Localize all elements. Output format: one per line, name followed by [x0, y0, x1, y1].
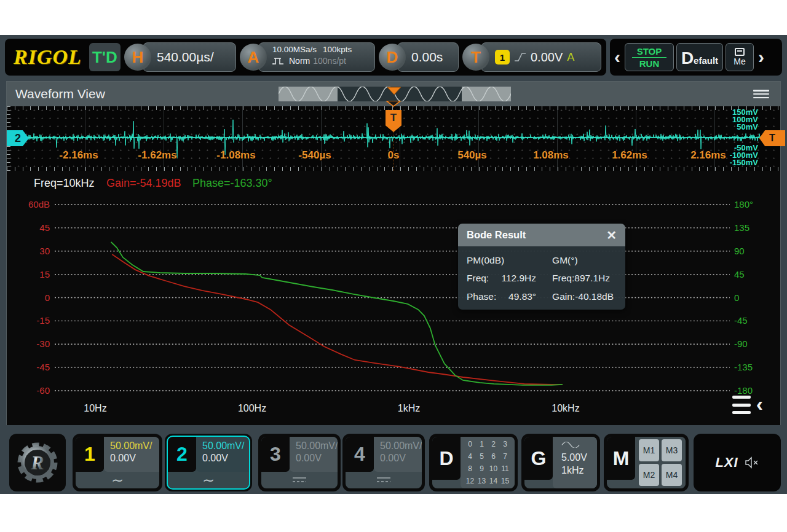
time-axis-label: -1.62ms [138, 149, 176, 162]
digital-channel-1: 1 [476, 440, 488, 448]
trigger-panel[interactable]: 1 0.00V A [481, 42, 601, 72]
menu-button[interactable]: Me [726, 43, 754, 71]
channel4-scale: 50.00mV/ [380, 440, 422, 452]
toolbar-left: RIGOL T'D H 540.00µs/ A 10.00MSa/s 100kp… [5, 39, 606, 76]
gm-freq: Freq:897.1Hz [552, 273, 617, 284]
channel3-block[interactable]: 3 50.00mV/ 0.00V [258, 434, 341, 491]
sample-rate: 10.00MSa/s [272, 45, 317, 55]
channel1-offset: 0.00V [110, 452, 159, 464]
horizontal-group[interactable]: H 540.00µs/ [124, 42, 236, 72]
trigger-position-triangle[interactable] [386, 101, 401, 107]
toolbar-next-arrow[interactable]: › [756, 47, 766, 68]
trigger-knob-icon[interactable]: T [462, 44, 489, 71]
trigger-group[interactable]: T 1 0.00V A [462, 42, 601, 72]
phase-axis-tick: 90 [734, 246, 745, 256]
popup-title: Bode Result [467, 229, 526, 241]
math-m3-button[interactable]: M3 [662, 439, 682, 461]
gain-axis-tick: -30 [36, 338, 50, 349]
freq-axis-tick: 10Hz [84, 403, 106, 413]
delay-group[interactable]: D 0.00s [379, 42, 459, 72]
acquire-knob-icon[interactable]: A [240, 44, 267, 71]
digital-channel-4: 4 [464, 452, 476, 461]
popup-titlebar[interactable]: Bode Result ✕ [458, 224, 625, 246]
digital-channel-6: 6 [488, 452, 499, 461]
channel2-number: 2 [168, 437, 196, 472]
generator-block[interactable]: G 5.00V 1kHz [521, 434, 600, 491]
freq-axis-tick: 1kHz [398, 403, 420, 413]
waveform-strip[interactable]: T 2 T 150mV100mV50mV-50mV-100mV-150mV -2… [7, 106, 780, 171]
timebase-value[interactable]: 540.00µs/ [143, 42, 236, 72]
channel2-offset: 0.00V [202, 452, 249, 464]
channel4-offset: 0.00V [380, 452, 422, 464]
trigger-status-button[interactable]: T'D [89, 43, 121, 71]
horizontal-knob-icon[interactable]: H [124, 44, 151, 71]
delay-knob-icon[interactable]: D [379, 44, 406, 71]
gain-axis-tick: 60dB [28, 199, 50, 209]
math-m4-button[interactable]: M4 [662, 464, 682, 486]
menu-doc-icon [735, 48, 745, 56]
channel4-block[interactable]: 4 50.00mV/ 0.00V [342, 434, 425, 491]
oscilloscope-screen: RIGOL T'D H 540.00µs/ A 10.00MSa/s 100kp… [0, 35, 787, 494]
math-label: M [607, 437, 635, 480]
generator-frequency: 1kHz [561, 464, 597, 477]
math-m2-button[interactable]: M2 [639, 464, 659, 486]
gain-axis-tick: 0 [45, 292, 50, 303]
gain-axis-tick: -15 [36, 315, 50, 326]
acquire-mode: Norm [289, 55, 310, 67]
trigger-level: 0.00V [531, 50, 563, 65]
gm-gain: Gain:-40.18dB [552, 291, 617, 302]
stop-run-divider [632, 57, 666, 58]
gain-axis-tick: 15 [39, 269, 50, 280]
freq-axis-tick: 10kHz [552, 403, 579, 413]
math-m1-button[interactable]: M1 [639, 439, 659, 461]
speaker-muted-icon[interactable] [745, 456, 759, 469]
default-button[interactable]: D efault [676, 43, 723, 71]
time-axis-label: 0s [388, 149, 400, 162]
phase-axis-tick: 180° [734, 199, 753, 209]
gain-axis-tick: 30 [39, 246, 50, 256]
svg-text:R: R [30, 452, 44, 474]
freq-axis-tick: 100Hz [238, 403, 266, 413]
voltage-scale-labels: 150mV100mV50mV-50mV-100mV-150mV [730, 109, 758, 166]
waveform-view-panel: Waveform View T 2 T 150mV100mV50mV-50mV-… [6, 81, 781, 425]
dc-coupling-icon [293, 477, 306, 483]
settings-gear-button[interactable]: R [9, 434, 66, 491]
acquire-panel[interactable]: 10.00MSa/s 100kpts Norm 100ns/pt [258, 42, 375, 72]
time-axis-label: -2.16ms [59, 149, 98, 162]
digital-channel-14: 14 [488, 477, 499, 485]
bode-chart: 60dB180°451353090154500-15-45-30-90-45-1… [7, 171, 780, 425]
digital-label: D [432, 437, 461, 480]
toolbar-right: ‹ STOP RUN D efault Me › [610, 39, 782, 76]
phase-axis-tick: 45 [734, 269, 745, 280]
stop-label: STOP [637, 46, 662, 57]
close-icon[interactable]: ✕ [606, 228, 617, 243]
phase-axis-tick: 0 [734, 292, 739, 303]
gm-header: GM(°) [552, 255, 617, 266]
digital-channel-0: 0 [464, 440, 476, 448]
channel1-block[interactable]: 1 50.00mV/ 0.00V ∼ [73, 434, 162, 491]
phase-axis-tick: -135 [734, 362, 753, 372]
voltage-axis-label: 50mV [730, 123, 758, 131]
digital-channels-block[interactable]: D 0123456789101112131415 [429, 434, 518, 491]
acquire-group[interactable]: A 10.00MSa/s 100kpts Norm 100ns/pt [240, 42, 375, 72]
time-axis-label: -1.08ms [216, 149, 255, 162]
digital-channel-2: 2 [488, 440, 499, 448]
time-axis-label: 540µs [457, 149, 487, 162]
digital-channel-5: 5 [476, 452, 488, 461]
lxi-status-block[interactable]: LXI [694, 434, 781, 491]
pm-phase-value: 49.83° [508, 291, 536, 302]
timeline-overview[interactable] [279, 87, 511, 101]
digital-channel-12: 12 [464, 477, 476, 485]
gain-axis-tick: -45 [36, 362, 50, 372]
toolbar-prev-arrow[interactable]: ‹ [612, 47, 622, 68]
lxi-label: LXI [715, 455, 738, 471]
stop-run-button[interactable]: STOP RUN [625, 43, 674, 71]
collapse-menu-icon[interactable]: ‹ [732, 394, 763, 415]
menu-hamburger-icon[interactable] [753, 90, 769, 98]
math-block[interactable]: M M1 M3 M2 M4 [604, 434, 689, 491]
delay-value[interactable]: 0.00s [397, 42, 459, 72]
gain-axis-tick: -60 [36, 385, 50, 396]
channel2-block[interactable]: 2 50.00mV/ 0.00V ∼ [165, 434, 252, 491]
sine-wave-icon [561, 439, 580, 448]
channel1-scale: 50.00mV/ [110, 440, 159, 452]
